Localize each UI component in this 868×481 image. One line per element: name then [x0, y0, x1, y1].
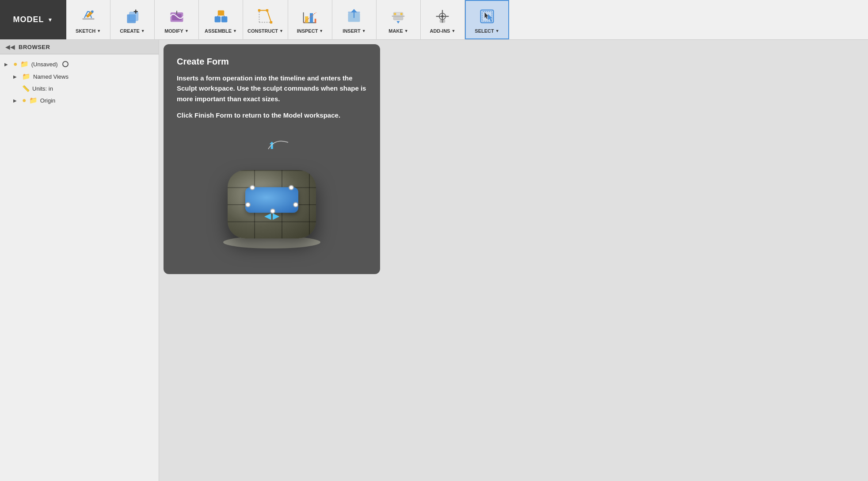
modify-icon-area [169, 6, 185, 27]
svg-rect-9 [214, 16, 221, 23]
tree-item-units: ▶ 📏 Units: in [0, 83, 159, 94]
tooltip-sculpt-image: ◀ ▶ ⬆ [177, 129, 367, 262]
svg-rect-23 [305, 16, 308, 23]
insert-label: INSERT ▼ [343, 28, 365, 34]
svg-point-33 [394, 12, 396, 15]
svg-rect-32 [394, 16, 404, 19]
dot-icon-root [62, 61, 69, 67]
svg-line-17 [267, 10, 271, 22]
tree-item-named-views[interactable]: ▶ 📁 Named Views [0, 70, 159, 83]
handle-bottom-left [245, 202, 251, 207]
create-label: CREATE ▼ [120, 28, 145, 34]
browser-title: BROWSER [19, 44, 50, 50]
browser-header: ◀◀ BROWSER [0, 40, 159, 54]
svg-point-34 [400, 12, 403, 15]
browser-panel: ◀◀ BROWSER ▶ ● 📁 (Unsaved) ▶ 📁 Named Vie… [0, 40, 159, 481]
folder-icon-named-views: 📁 [22, 73, 30, 80]
expand-arrow-named-views[interactable]: ▶ [13, 74, 19, 79]
main-content: ◀◀ BROWSER ▶ ● 📁 (Unsaved) ▶ 📁 Named Vie… [0, 40, 868, 481]
tooltip-body2: Click Finish Form to return to the Model… [177, 110, 367, 120]
units-label: Units: in [32, 85, 53, 92]
back-arrows-button[interactable]: ◀◀ [5, 43, 15, 50]
insert-icon [346, 8, 362, 24]
sketch-group[interactable]: SKETCH ▼ [66, 0, 110, 39]
select-icon-area [479, 6, 495, 27]
addins-icon-area [434, 6, 450, 27]
make-icon [390, 8, 406, 24]
browser-tree: ▶ ● 📁 (Unsaved) ▶ 📁 Named Views ▶ 📏 Unit… [0, 54, 159, 481]
assemble-label: ASSEMBLE ▼ [205, 28, 237, 34]
select-group[interactable]: SELECT ▼ [465, 0, 509, 39]
toolbar: MODEL ▼ SKETCH ▼ [0, 0, 868, 40]
expand-arrow-origin[interactable]: ▶ [13, 98, 19, 103]
origin-label: Origin [40, 97, 56, 104]
model-label: MODEL [13, 15, 44, 24]
create-icon [125, 8, 141, 24]
model-menu-button[interactable]: MODEL ▼ [0, 0, 66, 39]
svg-rect-11 [217, 10, 224, 15]
construct-label: CONSTRUCT ▼ [247, 28, 283, 34]
inspect-group[interactable]: INSPECT ▼ [288, 0, 332, 39]
tooltip-title: Create Form [177, 57, 367, 67]
svg-point-1 [91, 10, 93, 12]
svg-rect-24 [310, 13, 313, 23]
handle-bottom-right [293, 202, 298, 207]
modify-icon [169, 8, 185, 24]
inspect-icon [302, 8, 318, 24]
insert-icon-area [346, 6, 362, 27]
insert-group[interactable]: INSERT ▼ [332, 0, 377, 39]
modify-label: MODIFY ▼ [164, 28, 189, 34]
construct-icon-area [257, 6, 273, 27]
named-views-label: Named Views [33, 73, 69, 80]
units-icon: 📏 [22, 85, 30, 92]
construct-icon [257, 8, 273, 24]
workspace: Create Form Inserts a form operation int… [159, 40, 868, 481]
svg-rect-39 [440, 19, 445, 23]
handle-top-right [289, 185, 294, 191]
svg-rect-19 [266, 9, 268, 11]
model-caret: ▼ [48, 17, 53, 23]
assemble-icon [213, 8, 229, 24]
sculpt-body: ◀ ▶ [228, 170, 316, 239]
svg-rect-10 [221, 16, 227, 23]
inspect-icon-area [302, 6, 318, 27]
curve-line [266, 138, 293, 151]
handle-bottom-mid [270, 209, 275, 214]
folder-icon-origin: 📁 [29, 96, 38, 104]
svg-rect-7 [172, 14, 182, 20]
addins-icon [434, 8, 450, 24]
create-icon-area [125, 6, 141, 27]
svg-rect-25 [315, 19, 316, 23]
addins-label: ADD-INS ▼ [430, 28, 456, 34]
inspect-label: INSPECT ▼ [297, 28, 324, 34]
svg-rect-29 [348, 11, 360, 13]
svg-point-38 [442, 15, 444, 17]
expand-arrow-root[interactable]: ▶ [4, 62, 11, 67]
folder-icon-root: 📁 [20, 60, 29, 68]
assemble-group[interactable]: ASSEMBLE ▼ [199, 0, 243, 39]
modify-group[interactable]: MODIFY ▼ [155, 0, 199, 39]
tree-item-origin[interactable]: ▶ ● 📁 Origin [0, 94, 159, 107]
sculpt-3d-shape: ◀ ▶ ⬆ [214, 138, 329, 253]
tree-item-root[interactable]: ▶ ● 📁 (Unsaved) [0, 58, 159, 70]
sketch-icon-area [80, 6, 96, 27]
svg-rect-0 [82, 18, 94, 19]
handle-top-left [250, 185, 255, 191]
make-group[interactable]: MAKE ▼ [377, 0, 421, 39]
create-form-tooltip: Create Form Inserts a form operation int… [164, 44, 380, 274]
sketch-label: SKETCH ▼ [76, 28, 101, 34]
make-label: MAKE ▼ [388, 28, 408, 34]
svg-rect-18 [258, 9, 260, 11]
tooltip-body1: Inserts a form operation into the timeli… [177, 73, 367, 104]
addins-group[interactable]: ADD-INS ▼ [421, 0, 465, 39]
root-item-label: (Unsaved) [31, 61, 58, 68]
create-group[interactable]: CREATE ▼ [110, 0, 155, 39]
sketch-icon [80, 8, 96, 24]
eye-icon-root: ● [13, 60, 18, 68]
svg-rect-20 [270, 21, 272, 23]
construct-group[interactable]: CONSTRUCT ▼ [243, 0, 288, 39]
select-label: SELECT ▼ [475, 28, 499, 34]
svg-rect-3 [129, 12, 138, 21]
make-icon-area [390, 6, 406, 27]
eye-icon-origin: ● [22, 96, 27, 104]
